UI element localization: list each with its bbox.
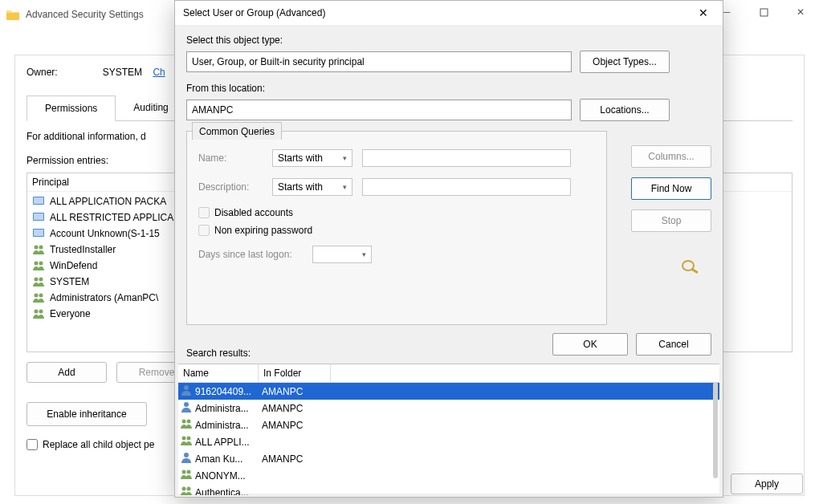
cancel-button[interactable]: Cancel <box>636 333 711 356</box>
principal-icon <box>180 417 193 433</box>
result-name: ANONYM... <box>195 470 246 482</box>
common-queries-tab[interactable]: Common Queries <box>192 122 282 140</box>
add-button[interactable]: Add <box>26 362 107 383</box>
right-button-column: Columns... Find Now Stop <box>631 145 711 232</box>
replace-children-label: Replace all child object pe <box>43 439 154 450</box>
maximize-button[interactable] <box>745 0 782 24</box>
result-name: ALL APPLI... <box>195 437 250 448</box>
svg-point-24 <box>187 437 191 441</box>
search-results-list[interactable]: Name In Folder 916204409...AMANPCAdminis… <box>178 364 719 494</box>
result-row[interactable]: Administra...AMANPC <box>178 400 719 417</box>
owner-value: SYSTEM <box>103 67 142 78</box>
principal-name: ALL APPLICATION PACKA <box>50 196 166 207</box>
svg-point-11 <box>35 278 39 282</box>
result-row[interactable]: 916204409...AMANPC <box>178 383 719 400</box>
result-name: Aman Ku... <box>195 453 242 465</box>
replace-children-checkbox[interactable] <box>26 439 38 450</box>
svg-rect-4 <box>34 213 43 220</box>
chevron-down-icon: ▾ <box>343 183 347 191</box>
svg-point-16 <box>39 310 43 314</box>
description-filter-input[interactable] <box>362 178 571 196</box>
description-filter-label: Description: <box>198 181 263 193</box>
svg-point-9 <box>35 262 39 266</box>
dialog-close-button[interactable]: ✕ <box>687 2 719 23</box>
svg-point-15 <box>35 310 39 314</box>
svg-point-19 <box>184 385 189 390</box>
days-since-logon-select[interactable]: ▾ <box>312 246 372 263</box>
svg-point-13 <box>35 294 39 298</box>
name-filter-input[interactable] <box>362 149 571 167</box>
svg-point-12 <box>39 278 43 282</box>
svg-point-8 <box>39 246 43 250</box>
principal-name: WinDefend <box>50 260 97 271</box>
svg-point-27 <box>187 470 191 474</box>
apply-button[interactable]: Apply <box>731 474 803 494</box>
result-row[interactable]: ALL APPLI... <box>178 433 719 450</box>
days-since-logon-label: Days since last logon: <box>198 249 303 260</box>
non-expiring-label: Non expiring password <box>214 225 312 236</box>
svg-point-22 <box>187 420 191 424</box>
result-folder: AMANPC <box>259 453 331 465</box>
object-type-field[interactable]: User, Group, or Built-in security princi… <box>186 51 572 72</box>
name-match-select[interactable]: Starts with▾ <box>272 149 352 167</box>
result-row[interactable]: Authentica... <box>178 484 719 495</box>
svg-point-23 <box>182 437 186 441</box>
chevron-down-icon: ▾ <box>343 154 347 162</box>
results-header[interactable]: Name In Folder <box>178 364 719 383</box>
result-row[interactable]: Administra...AMANPC <box>178 417 719 433</box>
svg-point-25 <box>184 453 189 457</box>
svg-point-7 <box>35 246 39 250</box>
tab-permissions[interactable]: Permissions <box>26 96 116 121</box>
stop-button[interactable]: Stop <box>631 209 711 232</box>
principal-name: Administrators (AmanPC\ <box>50 292 158 303</box>
disabled-accounts-label: Disabled accounts <box>214 207 293 218</box>
change-owner-link[interactable]: Ch <box>153 67 165 78</box>
object-types-button[interactable]: Object Types... <box>580 51 670 73</box>
results-folder-header[interactable]: In Folder <box>259 364 331 382</box>
principal-icon <box>180 451 193 466</box>
svg-point-21 <box>182 420 186 424</box>
dialog-titlebar: Select User or Group (Advanced) ✕ <box>175 1 723 25</box>
disabled-accounts-checkbox[interactable] <box>198 207 210 218</box>
result-name: 916204409... <box>195 386 251 397</box>
result-folder: AMANPC <box>259 403 331 414</box>
locations-button[interactable]: Locations... <box>580 99 670 121</box>
principal-icon <box>32 259 45 272</box>
enable-inheritance-button[interactable]: Enable inheritance <box>26 402 147 426</box>
bg-title: Advanced Security Settings <box>26 9 144 20</box>
principal-icon <box>180 434 193 449</box>
result-folder: AMANPC <box>259 386 331 397</box>
chevron-down-icon: ▾ <box>362 250 366 258</box>
ok-button[interactable]: OK <box>552 333 628 356</box>
find-now-button[interactable]: Find Now <box>631 177 711 200</box>
principal-name: Account Unknown(S-1-15 <box>50 228 160 239</box>
name-filter-label: Name: <box>198 152 263 164</box>
principal-icon <box>32 291 45 304</box>
result-name: Administra... <box>195 420 249 431</box>
close-button[interactable]: ✕ <box>782 0 819 24</box>
columns-button[interactable]: Columns... <box>631 145 711 168</box>
dialog-title: Select User or Group (Advanced) <box>183 7 325 18</box>
result-row[interactable]: ANONYM... <box>178 467 719 484</box>
svg-point-14 <box>39 294 43 298</box>
principal-icon <box>32 211 45 224</box>
result-row[interactable]: Aman Ku...AMANPC <box>178 450 719 467</box>
principal-name: SYSTEM <box>50 276 89 287</box>
description-match-select[interactable]: Starts with▾ <box>272 178 352 196</box>
results-name-header[interactable]: Name <box>178 364 259 382</box>
result-name: Authentica... <box>195 487 249 496</box>
principal-icon <box>32 243 45 256</box>
common-queries-group: Common Queries Name: Starts with▾ Descri… <box>186 131 607 325</box>
svg-point-29 <box>187 487 191 491</box>
principal-icon <box>32 275 45 288</box>
result-name: Administra... <box>195 403 249 414</box>
object-type-label: Select this object type: <box>186 35 711 46</box>
principal-name: Everyone <box>50 308 91 319</box>
results-scrollbar[interactable] <box>713 382 718 478</box>
svg-rect-2 <box>34 197 43 204</box>
svg-point-28 <box>182 487 186 491</box>
location-field[interactable]: AMANPC <box>186 100 572 120</box>
svg-rect-6 <box>34 230 43 236</box>
non-expiring-checkbox[interactable] <box>198 225 210 236</box>
owner-label: Owner: <box>26 67 58 78</box>
